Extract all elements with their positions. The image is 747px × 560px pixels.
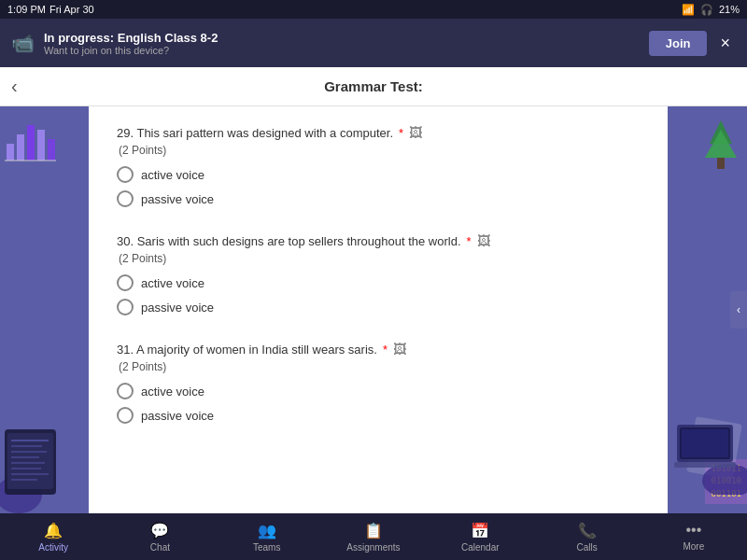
option-label-1-1: active voice (141, 168, 204, 182)
more-label: More (683, 541, 704, 552)
teams-label: Teams (253, 542, 280, 553)
option-label-3-1: active voice (141, 385, 204, 399)
nav-item-calls[interactable]: 📞 Calls (533, 513, 640, 560)
radio-circle-2-1[interactable] (117, 274, 134, 291)
radio-circle-3-1[interactable] (117, 383, 134, 399)
plant-decoration (696, 116, 742, 162)
page-title: Grammar Test: (324, 78, 423, 94)
battery-display: 21% (719, 4, 740, 15)
join-banner-left: 📹 In progress: English Class 8-2 Want to… (11, 31, 218, 56)
svg-rect-1 (17, 134, 24, 161)
join-banner: 📹 In progress: English Class 8-2 Want to… (0, 19, 747, 67)
question-icon-2: 🖼 (477, 233, 490, 248)
nav-item-chat[interactable]: 💬 Chat (106, 513, 213, 560)
chat-icon: 💬 (150, 522, 169, 539)
nav-item-more[interactable]: ••• More (641, 513, 747, 560)
activity-icon: 🔔 (44, 522, 63, 539)
status-indicators: 📶 🎧 21% (682, 4, 740, 16)
question-number-2: 30. Saris with such designs are top sell… (117, 234, 461, 248)
option-label-2-2: passive voice (141, 301, 214, 315)
collapse-button[interactable]: ‹ (730, 291, 747, 329)
status-time: 1:09 PM Fri Apr 30 (7, 4, 94, 15)
question-block-1: 29. This sari pattern was designed with … (117, 125, 640, 207)
radio-circle-2-2[interactable] (117, 299, 134, 315)
question-icon-1: 🖼 (409, 125, 422, 140)
nav-item-activity[interactable]: 🔔 Activity (0, 513, 106, 560)
status-bar: 1:09 PM Fri Apr 30 📶 🎧 21% (0, 0, 747, 19)
question-required-3: * (383, 343, 388, 357)
question-required-2: * (467, 234, 472, 248)
more-icon: ••• (685, 522, 701, 539)
calls-icon: 📞 (578, 522, 597, 539)
join-banner-info: In progress: English Class 8-2 Want to j… (44, 31, 218, 56)
question-required-1: * (399, 126, 403, 140)
join-banner-title: In progress: English Class 8-2 (44, 31, 218, 45)
option-label-3-2: passive voice (141, 409, 214, 423)
headset-icon: 🎧 (700, 4, 713, 16)
question-text-1: 29. This sari pattern was designed with … (117, 125, 640, 140)
date-display: Fri Apr 30 (49, 4, 94, 15)
quiz-area[interactable]: 29. This sari pattern was designed with … (89, 106, 668, 513)
question-3-option-1[interactable]: active voice (117, 383, 640, 399)
close-banner-button[interactable]: × (714, 32, 736, 55)
question-2-option-1[interactable]: active voice (117, 274, 640, 291)
svg-rect-23 (682, 429, 728, 457)
left-decoration (0, 106, 89, 513)
question-1-option-1[interactable]: active voice (117, 166, 640, 183)
join-banner-subtitle: Want to join on this device? (44, 45, 218, 56)
assignments-label: Assignments (346, 542, 400, 553)
page-header: ‹ Grammar Test: (0, 67, 747, 106)
question-points-2: (2 Points) (119, 252, 640, 265)
join-banner-right: Join × (649, 31, 736, 56)
meeting-icon: 📹 (11, 32, 35, 54)
main-content: 29. This sari pattern was designed with … (0, 106, 747, 513)
svg-rect-4 (48, 139, 55, 161)
tablet-decoration (0, 411, 65, 504)
questions-container: 29. This sari pattern was designed with … (117, 125, 640, 424)
svg-rect-0 (7, 144, 14, 161)
svg-rect-8 (7, 433, 53, 489)
calendar-icon: 📅 (471, 522, 489, 539)
teams-icon: 👥 (258, 522, 276, 539)
svg-rect-2 (27, 125, 35, 161)
question-2-option-2[interactable]: passive voice (117, 299, 640, 315)
question-1-option-2[interactable]: passive voice (117, 190, 640, 207)
bottom-nav: 🔔 Activity 💬 Chat 👥 Teams 📋 Assignments … (0, 513, 747, 560)
assignments-icon: 📋 (364, 522, 383, 539)
svg-rect-19 (717, 158, 725, 169)
question-block-3: 31. A majority of women in India still w… (117, 342, 640, 424)
calls-label: Calls (576, 542, 597, 553)
nav-item-assignments[interactable]: 📋 Assignments (320, 513, 427, 560)
wifi-icon: 📶 (682, 4, 695, 16)
laptop-decoration (677, 420, 747, 495)
svg-rect-24 (674, 462, 736, 468)
time-display: 1:09 PM (7, 4, 46, 15)
question-text-3: 31. A majority of women in India still w… (117, 342, 640, 357)
nav-item-teams[interactable]: 👥 Teams (214, 513, 320, 560)
question-number-3: 31. A majority of women in India still w… (117, 343, 377, 357)
question-points-1: (2 Points) (119, 144, 640, 157)
question-points-3: (2 Points) (119, 360, 640, 373)
question-icon-3: 🖼 (393, 342, 406, 357)
chat-label: Chat (150, 542, 170, 553)
join-button[interactable]: Join (649, 31, 708, 56)
svg-rect-3 (37, 130, 45, 161)
svg-point-20 (702, 464, 747, 495)
question-block-2: 30. Saris with such designs are top sell… (117, 233, 640, 315)
activity-label: Activity (38, 542, 68, 553)
radio-circle-1-1[interactable] (117, 166, 134, 183)
question-text-2: 30. Saris with such designs are top sell… (117, 233, 640, 248)
chart-decoration (5, 116, 56, 162)
option-label-2-1: active voice (141, 276, 204, 290)
radio-circle-3-2[interactable] (117, 407, 134, 424)
back-button[interactable]: ‹ (11, 76, 18, 97)
nav-item-calendar[interactable]: 📅 Calendar (427, 513, 533, 560)
option-label-1-2: passive voice (141, 192, 214, 206)
question-3-option-2[interactable]: passive voice (117, 407, 640, 424)
right-decoration: ‹ 101011010010001101 (668, 106, 747, 513)
question-number-1: 29. This sari pattern was designed with … (117, 126, 393, 140)
calendar-label: Calendar (461, 542, 500, 553)
radio-circle-1-2[interactable] (117, 190, 134, 207)
